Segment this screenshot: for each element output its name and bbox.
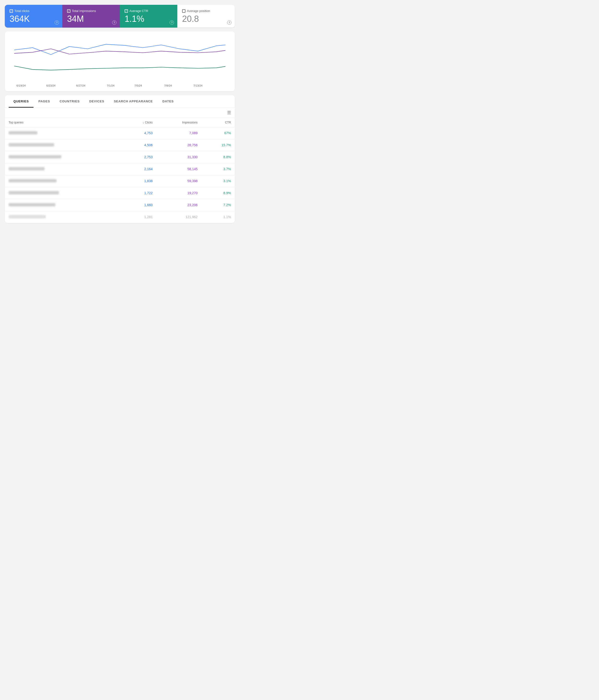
svg-text:7/13/24: 7/13/24 [193,84,203,87]
metric-position[interactable]: Average position 20.8 ? [177,5,235,28]
filter-row: ☰ [5,108,235,118]
table-row[interactable]: 2,75331,3308.8% [5,151,235,163]
impressions-value: 34M [67,14,115,24]
table-row[interactable]: 1,72219,2708.9% [5,187,235,199]
clicks-cell: 2,753 [122,151,156,163]
clicks-cell: 1,722 [122,187,156,199]
chart-card: 6/19/24 6/23/24 6/27/24 7/1/24 7/5/24 7/… [5,31,235,91]
table-row[interactable]: 1,83859,3983.1% [5,175,235,187]
metric-ctr[interactable]: ✓ Average CTR 1.1% ? [120,5,177,28]
ctr-cell: 3.1% [202,175,235,187]
clicks-cell: 4,506 [122,139,156,151]
svg-text:6/19/24: 6/19/24 [17,84,26,87]
tab-countries[interactable]: COUNTRIES [55,95,84,107]
query-cell [5,187,122,199]
svg-text:6/23/24: 6/23/24 [46,84,56,87]
metric-clicks[interactable]: ✓ Total clicks 364K ? [5,5,62,28]
svg-text:6/27/24: 6/27/24 [76,84,85,87]
tab-pages[interactable]: PAGES [33,95,55,107]
tab-search-appearance[interactable]: SEARCH APPEARANCE [109,95,158,107]
ctr-cell: 7.2% [202,199,235,211]
ctr-value: 1.1% [125,14,173,24]
col-header-impressions[interactable]: Impressions [156,118,202,127]
chart-svg: 6/19/24 6/23/24 6/27/24 7/1/24 7/5/24 7/… [9,36,230,89]
table-row[interactable]: 1,66023,2067.2% [5,199,235,211]
col-header-clicks[interactable]: ↓ Clicks [122,118,156,127]
tabs: QUERIES PAGES COUNTRIES DEVICES SEARCH A… [5,95,235,108]
table-card: QUERIES PAGES COUNTRIES DEVICES SEARCH A… [5,95,235,223]
query-cell [5,139,122,151]
query-cell [5,199,122,211]
ctr-cell: 8.8% [202,151,235,163]
table-row[interactable]: 1,281121,9621.1% [5,211,235,223]
col-header-ctr[interactable]: CTR [202,118,235,127]
ctr-help-icon[interactable]: ? [170,20,174,25]
metric-impressions[interactable]: ✓ Total impressions 34M ? [62,5,120,28]
metric-clicks-label: ✓ Total clicks [9,9,57,13]
impressions-cell: 31,330 [156,151,202,163]
impressions-cell: 59,398 [156,175,202,187]
clicks-cell: 1,660 [122,199,156,211]
tab-dates[interactable]: DATES [158,95,179,107]
clicks-cell: 4,753 [122,127,156,139]
ctr-cell: 8.9% [202,187,235,199]
impressions-cell: 19,270 [156,187,202,199]
impressions-help-icon[interactable]: ? [112,20,116,25]
position-help-icon[interactable]: ? [227,20,231,25]
metric-position-label: Average position [182,9,230,13]
query-cell [5,211,122,223]
filter-icon[interactable]: ☰ [227,110,231,115]
tab-devices[interactable]: DEVICES [84,95,109,107]
impressions-cell: 58,145 [156,163,202,175]
sort-arrow-icon: ↓ [142,121,144,124]
ctr-cell: 67% [202,127,235,139]
query-cell [5,127,122,139]
tab-queries[interactable]: QUERIES [9,95,33,107]
query-cell [5,175,122,187]
col-header-query: Top queries [5,118,122,127]
svg-text:7/5/24: 7/5/24 [134,84,142,87]
chart-area: 6/19/24 6/23/24 6/27/24 7/1/24 7/5/24 7/… [9,36,230,89]
svg-text:7/1/24: 7/1/24 [107,84,115,87]
position-checkbox[interactable] [182,9,185,13]
svg-text:7/9/24: 7/9/24 [164,84,172,87]
clicks-cell: 1,838 [122,175,156,187]
impressions-checkbox[interactable]: ✓ [67,9,71,13]
clicks-checkbox[interactable]: ✓ [9,9,13,13]
table-row[interactable]: 4,7537,08967% [5,127,235,139]
impressions-cell: 7,089 [156,127,202,139]
clicks-value: 364K [9,14,57,24]
impressions-cell: 23,206 [156,199,202,211]
clicks-help-icon[interactable]: ? [55,20,59,25]
impressions-cell: 121,962 [156,211,202,223]
clicks-cell: 1,281 [122,211,156,223]
table-row[interactable]: 4,50628,75615.7% [5,139,235,151]
position-value: 20.8 [182,14,230,24]
ctr-cell: 15.7% [202,139,235,151]
clicks-cell: 2,164 [122,163,156,175]
ctr-cell: 3.7% [202,163,235,175]
query-cell [5,163,122,175]
ctr-checkbox[interactable]: ✓ [125,9,128,13]
data-table: Top queries ↓ Clicks Impressions CTR 4,7… [5,118,235,223]
metrics-container: ✓ Total clicks 364K ? ✓ Total impression… [5,5,235,28]
table-row[interactable]: 2,16458,1453.7% [5,163,235,175]
metric-impressions-label: ✓ Total impressions [67,9,115,13]
ctr-cell: 1.1% [202,211,235,223]
query-cell [5,151,122,163]
metric-ctr-label: ✓ Average CTR [125,9,173,13]
impressions-cell: 28,756 [156,139,202,151]
